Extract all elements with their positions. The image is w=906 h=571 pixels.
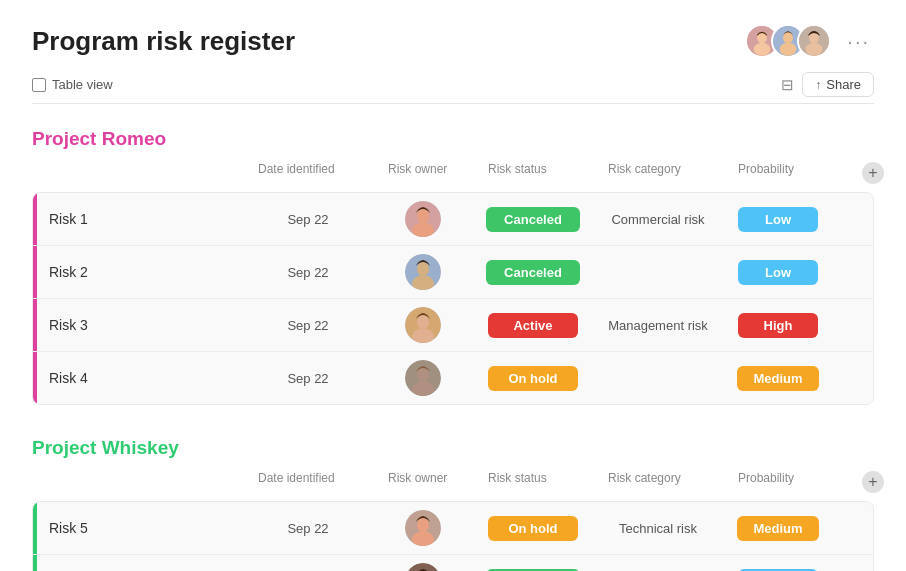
table-view-icon	[32, 78, 46, 92]
table-row: Risk 5 Sep 22 On hold Technical risk M	[33, 502, 873, 555]
table-row: Risk 3 Sep 22 Active Management risk H	[33, 299, 873, 352]
status-badge: Active	[488, 313, 578, 338]
filter-icon: ⊟	[781, 76, 794, 94]
risk-owner	[373, 307, 473, 343]
project-title-romeo: Project Romeo	[32, 128, 166, 150]
risk-category: Commercial risk	[593, 212, 723, 227]
risk-owner	[373, 254, 473, 290]
svg-point-22	[417, 518, 429, 532]
risk-status: On hold	[473, 516, 593, 541]
risk-date: Sep 22	[243, 318, 373, 333]
status-badge: Canceled	[486, 260, 580, 285]
table-row: Risk 6 Sep 22 Canceled Low	[33, 555, 873, 571]
probability-badge: Medium	[737, 366, 818, 391]
risk-date: Sep 22	[243, 212, 373, 227]
table-row: Risk 1 Sep 22 Canceled Commercial risk	[33, 193, 873, 246]
risk-date: Sep 22	[243, 265, 373, 280]
col-status: Risk status	[488, 471, 608, 497]
col-add: +	[848, 162, 884, 188]
section-header-romeo: Project Romeo	[32, 128, 874, 150]
risk-probability: Medium	[723, 366, 833, 391]
col-probability: Probability	[738, 162, 848, 188]
risk-status: Canceled	[473, 207, 593, 232]
svg-point-2	[754, 43, 771, 56]
toolbar-left: Table view	[32, 77, 113, 92]
page-header: Program risk register	[32, 24, 874, 58]
owner-avatar	[405, 563, 441, 571]
probability-badge: Medium	[737, 516, 818, 541]
table-view-label: Table view	[52, 77, 113, 92]
svg-point-10	[417, 209, 429, 223]
risk-probability: Low	[723, 260, 833, 285]
risk-name-cell: Risk 4	[33, 352, 243, 404]
owner-avatar	[405, 510, 441, 546]
risk-date: Sep 22	[243, 371, 373, 386]
col-headers-whiskey: Date identified Risk owner Risk status R…	[32, 467, 874, 501]
risk-probability: High	[723, 313, 833, 338]
project-title-whiskey: Project Whiskey	[32, 437, 179, 459]
left-bar	[33, 555, 37, 571]
risk-status: Active	[473, 313, 593, 338]
section-header-whiskey: Project Whiskey	[32, 437, 874, 459]
svg-point-8	[806, 43, 823, 56]
risk-name: Risk 4	[37, 370, 88, 386]
col-date: Date identified	[258, 162, 388, 188]
owner-avatar	[405, 360, 441, 396]
risk-category: Management risk	[593, 318, 723, 333]
col-owner: Risk owner	[388, 162, 488, 188]
risk-table-whiskey: Risk 5 Sep 22 On hold Technical risk M	[32, 501, 874, 571]
owner-avatar	[405, 254, 441, 290]
share-icon: ↑	[815, 78, 821, 92]
col-add: +	[848, 471, 884, 497]
status-badge: On hold	[488, 366, 578, 391]
avatars-group	[745, 24, 831, 58]
risk-table-romeo: Risk 1 Sep 22 Canceled Commercial risk	[32, 192, 874, 405]
risk-name-cell: Risk 6	[33, 555, 243, 571]
owner-avatar	[405, 201, 441, 237]
avatar-3	[797, 24, 831, 58]
svg-point-16	[417, 315, 429, 329]
risk-name: Risk 5	[37, 520, 88, 536]
header-right: ···	[745, 24, 874, 58]
risk-category: Technical risk	[593, 521, 723, 536]
risk-owner	[373, 360, 473, 396]
risk-probability: Medium	[723, 516, 833, 541]
risk-name-cell: Risk 5	[33, 502, 243, 554]
risk-status: On hold	[473, 366, 593, 391]
table-row: Risk 2 Sep 22 Canceled Low	[33, 246, 873, 299]
toolbar: Table view ⊟ ↑ Share	[32, 66, 874, 104]
risk-date: Sep 22	[243, 521, 373, 536]
probability-badge: Low	[738, 260, 818, 285]
col-probability: Probability	[738, 471, 848, 497]
probability-badge: High	[738, 313, 818, 338]
table-row: Risk 4 Sep 22 On hold Medium	[33, 352, 873, 404]
page-title: Program risk register	[32, 26, 295, 57]
risk-owner	[373, 201, 473, 237]
risk-name-cell: Risk 3	[33, 299, 243, 351]
svg-point-13	[417, 262, 429, 276]
section-romeo: Project Romeo Date identified Risk owner…	[32, 128, 874, 405]
col-status: Risk status	[488, 162, 608, 188]
share-button[interactable]: ↑ Share	[802, 72, 874, 97]
col-headers-romeo: Date identified Risk owner Risk status R…	[32, 158, 874, 192]
svg-point-5	[780, 43, 797, 56]
risk-name-cell: Risk 1	[33, 193, 243, 245]
risk-name: Risk 3	[37, 317, 88, 333]
more-options-button[interactable]: ···	[843, 30, 874, 53]
probability-badge: Low	[738, 207, 818, 232]
owner-avatar	[405, 307, 441, 343]
share-label: Share	[826, 77, 861, 92]
section-add-button-romeo[interactable]: +	[862, 162, 884, 184]
risk-owner	[373, 510, 473, 546]
svg-point-19	[417, 368, 429, 382]
status-badge: Canceled	[486, 207, 580, 232]
col-category: Risk category	[608, 162, 738, 188]
toolbar-right: ⊟ ↑ Share	[781, 72, 874, 97]
col-category: Risk category	[608, 471, 738, 497]
risk-name: Risk 1	[37, 211, 88, 227]
risk-name: Risk 2	[37, 264, 88, 280]
col-date: Date identified	[258, 471, 388, 497]
col-owner: Risk owner	[388, 471, 488, 497]
risk-probability: Low	[723, 207, 833, 232]
section-add-button-whiskey[interactable]: +	[862, 471, 884, 493]
